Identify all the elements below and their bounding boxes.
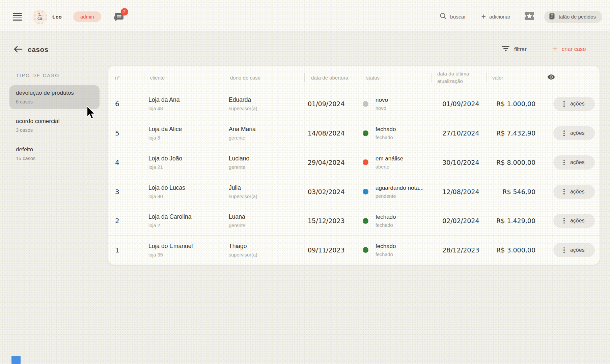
order-book-button[interactable]: talão de pedidos	[544, 11, 602, 23]
cell-opened-date: 14/08/2024	[304, 119, 360, 148]
cell-opened-date: 03/02/2024	[304, 177, 360, 206]
status-sublabel: fechado	[376, 135, 396, 140]
actions-label: ações	[570, 247, 585, 253]
cell-case-number: 6	[108, 89, 144, 119]
cell-status: fechado fechado	[360, 236, 431, 265]
table-row[interactable]: 4 Loja do João loja 21 Luciano gerente 2…	[108, 148, 600, 177]
actions-button[interactable]: ações	[553, 185, 595, 199]
table-row[interactable]: 1 Loja do Emanuel loja 35 Thiago supervi…	[108, 235, 600, 265]
blue-artifact	[11, 356, 21, 364]
cell-client: Loja do Lucas loja 90	[144, 177, 222, 206]
owner-name: Julia	[229, 184, 241, 191]
owner-name: Ana Maria	[229, 126, 256, 133]
kebab-menu-icon	[563, 101, 565, 107]
actions-button[interactable]: ações	[553, 243, 595, 257]
sidebar-item-defeito[interactable]: defeito 15 casos	[9, 142, 100, 166]
table-row[interactable]: 3 Loja do Lucas loja 90 Julia supervisor…	[108, 177, 600, 206]
cell-updated-date: 28/12/2023	[431, 236, 486, 265]
actions-label: ações	[570, 101, 585, 107]
col-header-client: cliente	[144, 66, 222, 89]
cell-status: aguardando nota... pendente	[360, 177, 431, 206]
client-store: loja 90	[148, 194, 163, 199]
cell-actions: ações	[540, 148, 600, 177]
status-label: aguardando nota...	[376, 185, 424, 191]
case-type-sidebar: TIPO DE CASO devolução de produtos 6 cas…	[9, 73, 100, 170]
sidebar-item-acordo[interactable]: acordo comercial 3 casos	[9, 114, 100, 138]
owner-name: Eduarda	[229, 96, 251, 103]
client-store: loja 8	[148, 135, 160, 141]
col-header-owner: dono do caso	[222, 66, 304, 89]
owner-role: supervisor(a)	[229, 252, 257, 257]
cell-owner: Ana Maria gerente	[222, 119, 304, 148]
create-case-button[interactable]: + criar caso	[553, 45, 586, 53]
back-button[interactable]	[13, 45, 23, 54]
create-case-label: criar caso	[562, 46, 586, 52]
actions-button[interactable]: ações	[553, 97, 595, 111]
table-row[interactable]: 6 Loja da Ana loja 48 Eduarda supervisor…	[108, 89, 600, 119]
cell-actions: ações	[540, 206, 600, 235]
client-name: Loja do Emanuel	[148, 243, 193, 250]
cell-status: em análise aberto	[360, 148, 431, 177]
cell-updated-date: 12/08/2024	[431, 177, 486, 206]
actions-button[interactable]: ações	[553, 155, 595, 170]
cell-case-number: 3	[108, 177, 144, 206]
actions-button[interactable]: ações	[553, 126, 595, 140]
cell-value: R$ 1.429,00	[486, 206, 540, 235]
cell-opened-date: 01/09/2024	[304, 89, 360, 119]
cell-client: Loja do Emanuel loja 35	[144, 236, 222, 265]
client-name: Loja do João	[148, 155, 182, 162]
plus-icon: +	[481, 13, 486, 21]
add-button[interactable]: + adicionar	[481, 13, 510, 21]
table-row[interactable]: 2 Loja da Carolina loja 2 Luana gerente …	[108, 206, 600, 235]
status-sublabel: fechado	[376, 222, 396, 228]
brand-name: t.co	[52, 14, 62, 20]
cell-client: Loja do João loja 21	[144, 148, 222, 177]
brand-logo[interactable]: t. co	[32, 9, 47, 24]
actions-label: ações	[570, 218, 585, 224]
top-bar: t. co t.co admin 2	[0, 0, 610, 31]
cell-client: Loja da Ana loja 48	[144, 89, 222, 119]
table-row[interactable]: 5 Loja da Alice loja 8 Ana Maria gerente…	[108, 119, 600, 148]
cell-owner: Luciano gerente	[222, 148, 304, 177]
status-label: fechado	[376, 214, 396, 220]
col-header-visibility	[540, 66, 600, 89]
cell-updated-date: 27/10/2024	[431, 119, 486, 148]
owner-role: supervisor(a)	[229, 194, 257, 199]
sidebar-item-devolucao[interactable]: devolução de produtos 6 casos	[9, 85, 100, 109]
status-dot-icon	[363, 247, 368, 253]
cell-case-number: 5	[108, 119, 144, 148]
status-sublabel: fechado	[376, 252, 396, 257]
mouse-cursor	[86, 106, 96, 123]
col-header-value: valor	[486, 66, 540, 89]
filter-button[interactable]: filtrar	[502, 46, 527, 53]
chat-icon	[114, 17, 124, 23]
cell-updated-date: 02/02/2024	[431, 206, 486, 235]
client-name: Loja da Carolina	[148, 213, 191, 220]
menu-button[interactable]	[13, 13, 22, 21]
actions-button[interactable]: ações	[553, 214, 595, 228]
kebab-menu-icon	[563, 247, 565, 253]
chat-button[interactable]: 2	[114, 12, 124, 22]
cases-table: n° cliente dono do caso data de abertura…	[108, 66, 600, 265]
owner-name: Thiago	[229, 243, 247, 250]
status-dot-icon	[363, 101, 368, 107]
owner-role: supervisor(a)	[229, 106, 257, 111]
sidebar-item-count: 3 casos	[16, 127, 93, 133]
cell-actions: ações	[540, 89, 600, 119]
col-header-opened: data de abertura	[304, 66, 360, 89]
cell-client: Loja da Carolina loja 2	[144, 206, 222, 235]
cell-status: fechado fechado	[360, 206, 431, 235]
cell-client: Loja da Alice loja 8	[144, 119, 222, 148]
eye-icon[interactable]	[547, 74, 555, 81]
loyalty-button[interactable]	[525, 12, 534, 22]
status-label: fechado	[376, 126, 396, 133]
client-store: loja 2	[148, 223, 160, 228]
cell-opened-date: 15/12/2023	[304, 206, 360, 235]
search-label: buscar	[450, 14, 466, 20]
client-store: loja 48	[148, 106, 163, 111]
status-dot-icon	[363, 189, 368, 194]
search-button[interactable]: buscar	[440, 12, 466, 21]
page-title: casos	[28, 46, 49, 54]
actions-label: ações	[570, 189, 585, 195]
cell-owner: Luana gerente	[222, 206, 304, 235]
